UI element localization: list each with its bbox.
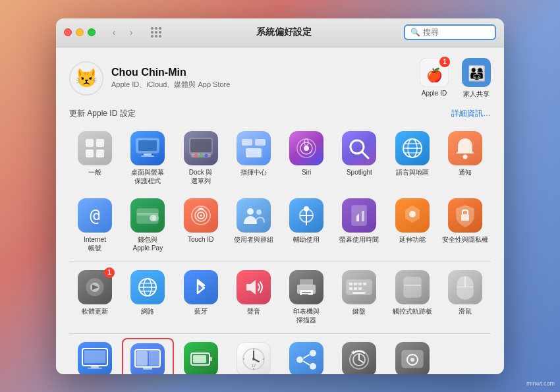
icon-battery[interactable]: 電池 bbox=[175, 338, 227, 374]
search-input[interactable] bbox=[423, 28, 490, 37]
icon-touchid[interactable]: Touch ID bbox=[175, 194, 227, 256]
notify-icon bbox=[448, 131, 482, 165]
icon-network[interactable]: 網路 bbox=[122, 266, 173, 328]
svg-point-110 bbox=[410, 358, 414, 362]
svg-rect-84 bbox=[149, 351, 160, 366]
spotlight-icon bbox=[342, 131, 376, 165]
icon-software[interactable]: 1 軟體更新 bbox=[69, 266, 121, 328]
icon-datetime[interactable]: 17 日期與時間 bbox=[228, 338, 279, 374]
svg-point-45 bbox=[256, 210, 262, 215]
svg-point-111 bbox=[411, 354, 413, 356]
svg-line-106 bbox=[359, 360, 363, 362]
dock-label: Dock 與選單列 bbox=[189, 168, 213, 185]
family-share-icon-item[interactable]: 👨‍👩‍👧 家人共享 bbox=[462, 58, 491, 99]
svg-rect-64 bbox=[302, 292, 311, 293]
svg-point-39 bbox=[152, 215, 159, 221]
general-label: 一般 bbox=[88, 168, 101, 177]
svg-rect-65 bbox=[302, 294, 308, 295]
family-share-label: 家人共享 bbox=[463, 90, 490, 99]
svg-rect-15 bbox=[190, 139, 211, 152]
svg-point-19 bbox=[204, 154, 208, 157]
icon-sound[interactable]: 聲音 bbox=[228, 266, 279, 328]
siri-icon bbox=[289, 131, 323, 165]
extend-label: 延伸功能 bbox=[399, 235, 426, 244]
wallet-label: 錢包與Apple Pay bbox=[133, 235, 163, 252]
icon-keyboard[interactable]: 鍵盤 bbox=[333, 266, 385, 328]
security-label: 安全性與隱私權 bbox=[442, 235, 488, 244]
svg-text:🍎: 🍎 bbox=[426, 67, 443, 83]
icon-security[interactable]: 安全性與隱私權 bbox=[439, 194, 491, 256]
apple-id-icon-item[interactable]: 🍎 1 Apple ID bbox=[420, 58, 449, 99]
svg-text:@: @ bbox=[90, 206, 100, 225]
dock-icon bbox=[184, 131, 218, 165]
icon-trackpad[interactable]: 觸控式軌跡板 bbox=[387, 266, 438, 328]
icon-extend[interactable]: 延伸功能 bbox=[387, 194, 438, 256]
bt-label: 藍牙 bbox=[194, 307, 208, 316]
preferences-window: ‹ › 系統偏好設定 🔍 😾 bbox=[56, 18, 504, 374]
icons-row4: 顯示器 並行 電池 17 日期與時間 bbox=[69, 338, 491, 374]
touchid-label: Touch ID bbox=[188, 235, 213, 244]
update-bar: 更新 Apple ID 設定 詳細資訊… bbox=[69, 108, 491, 119]
timemachine-icon bbox=[342, 342, 376, 374]
icon-access[interactable]: 輔助使用 bbox=[281, 194, 332, 256]
svg-line-28 bbox=[362, 152, 368, 158]
profile-section: 😾 Chou Chin-Min Apple ID、iCloud、媒體與 App … bbox=[69, 58, 491, 99]
mission-icon bbox=[237, 131, 271, 165]
trackpad-label: 觸控式軌跡板 bbox=[393, 307, 432, 316]
datetime-icon: 17 bbox=[237, 342, 271, 374]
icon-dock[interactable]: Dock 與選單列 bbox=[175, 127, 227, 189]
icon-share[interactable]: 共享 bbox=[281, 338, 332, 374]
icon-startup[interactable]: 啟動磁碟 bbox=[387, 338, 438, 374]
network-icon bbox=[130, 270, 165, 304]
maximize-button[interactable] bbox=[88, 28, 96, 36]
svg-rect-7 bbox=[96, 139, 104, 147]
icon-users[interactable]: 使用者與群組 bbox=[228, 194, 279, 256]
display-icon bbox=[78, 342, 112, 374]
svg-rect-21 bbox=[255, 139, 266, 146]
trackpad-icon bbox=[395, 270, 430, 304]
internet-icon: @ bbox=[78, 198, 112, 233]
icon-spotlight[interactable]: Spotlight bbox=[333, 127, 385, 189]
icon-desktop[interactable]: 桌面與螢幕保護程式 bbox=[122, 127, 173, 189]
keyboard-icon bbox=[342, 270, 376, 304]
general-icon bbox=[78, 131, 112, 165]
icon-language[interactable]: 語言與地區 bbox=[387, 127, 438, 189]
family-share-svg: 👨‍👩‍👧 bbox=[462, 58, 491, 87]
icon-mission[interactable]: 指揮中心 bbox=[228, 127, 279, 189]
forward-button[interactable]: › bbox=[123, 26, 139, 39]
internet-label: Internet帳號 bbox=[84, 235, 106, 252]
search-box[interactable]: 🔍 bbox=[404, 24, 496, 40]
svg-point-18 bbox=[199, 154, 202, 157]
svg-point-17 bbox=[194, 154, 197, 157]
icon-timemachine[interactable]: 時光機 bbox=[333, 338, 385, 374]
icon-mouse[interactable]: 滑鼠 bbox=[439, 266, 491, 328]
software-label: 軟體更新 bbox=[82, 307, 108, 316]
grid-view-button[interactable] bbox=[148, 26, 164, 39]
svg-rect-70 bbox=[363, 283, 366, 285]
back-button[interactable]: ‹ bbox=[106, 26, 122, 39]
svg-rect-81 bbox=[88, 368, 102, 369]
icon-parallel[interactable]: 並行 bbox=[122, 338, 173, 374]
svg-rect-83 bbox=[136, 351, 148, 366]
close-button[interactable] bbox=[64, 28, 72, 36]
svg-text:😾: 😾 bbox=[75, 67, 98, 89]
icon-display[interactable]: 顯示器 bbox=[69, 338, 121, 374]
print-icon bbox=[289, 270, 323, 304]
svg-line-102 bbox=[303, 361, 310, 365]
svg-rect-88 bbox=[193, 355, 206, 363]
touchid-icon bbox=[184, 198, 218, 233]
svg-rect-22 bbox=[246, 148, 262, 157]
icon-bt[interactable]: 藍牙 bbox=[175, 266, 227, 328]
icon-notify[interactable]: 通知 bbox=[439, 127, 491, 189]
icon-internet[interactable]: @ Internet帳號 bbox=[69, 194, 121, 256]
icon-print[interactable]: 印表機與掃描器 bbox=[281, 266, 332, 328]
svg-rect-62 bbox=[300, 279, 313, 285]
icon-wallet[interactable]: 錢包與Apple Pay bbox=[122, 194, 173, 256]
share-icon bbox=[289, 342, 323, 374]
svg-rect-85 bbox=[143, 368, 152, 370]
icon-screentime[interactable]: 螢幕使用時間 bbox=[333, 194, 385, 256]
detail-link[interactable]: 詳細資訊… bbox=[451, 108, 491, 119]
icon-general[interactable]: 一般 bbox=[69, 127, 121, 189]
minimize-button[interactable] bbox=[76, 28, 84, 36]
icon-siri[interactable]: Siri bbox=[281, 127, 332, 189]
